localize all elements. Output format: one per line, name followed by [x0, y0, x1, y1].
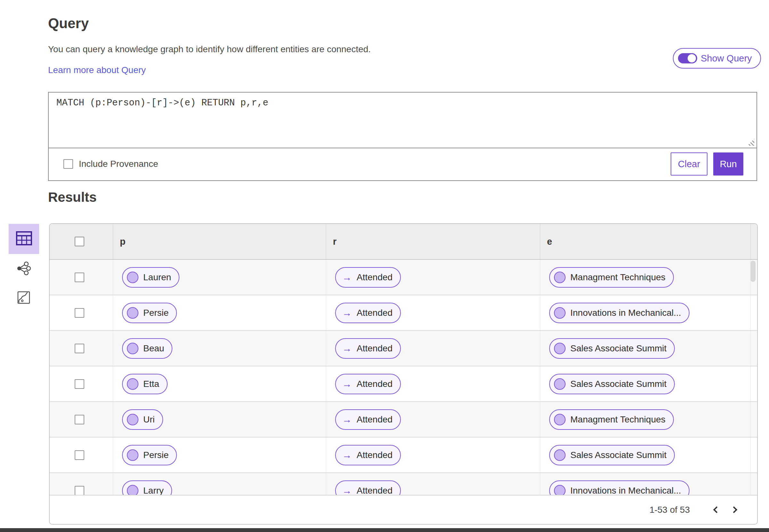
arrow-right-icon: →	[342, 415, 352, 424]
relationship-pill[interactable]: →Attended	[335, 338, 401, 359]
graph-view-icon	[16, 261, 31, 277]
node-circle-icon	[127, 272, 138, 283]
relationship-pill[interactable]: →Attended	[335, 480, 401, 495]
next-page-button[interactable]	[725, 500, 744, 520]
row-checkbox[interactable]	[75, 415, 84, 424]
arrow-right-icon: →	[342, 344, 352, 353]
node-circle-icon	[127, 307, 138, 319]
table-header-row: p r e	[50, 224, 757, 260]
column-header-r[interactable]: r	[326, 224, 540, 259]
relationship-pill[interactable]: →Attended	[335, 267, 401, 288]
row-checkbox[interactable]	[75, 450, 84, 460]
results-table: p r e Lauren →Attended Managment Techniq…	[49, 223, 758, 525]
toggle-switch-icon[interactable]	[678, 53, 697, 63]
scrollbar-gutter	[750, 224, 757, 259]
table-row: Persie →Attended Sales Associate Summit	[50, 438, 757, 473]
table-row: Larry →Attended Innovations in Mechanica…	[50, 473, 757, 495]
node-pill[interactable]: Managment Techniques	[549, 267, 674, 288]
select-all-checkbox[interactable]	[75, 237, 84, 246]
node-pill[interactable]: Sales Associate Summit	[549, 338, 675, 359]
node-circle-icon	[554, 485, 566, 495]
node-circle-icon	[554, 272, 566, 283]
node-pill[interactable]: Lauren	[122, 267, 179, 288]
node-pill[interactable]: Sales Associate Summit	[549, 374, 675, 394]
node-circle-icon	[554, 307, 566, 319]
table-row: Etta →Attended Sales Associate Summit	[50, 366, 757, 402]
column-header-e[interactable]: e	[540, 224, 750, 259]
map-view-icon	[17, 291, 30, 306]
map-view-button[interactable]	[17, 291, 30, 305]
page-title: Query	[48, 15, 89, 31]
chevron-left-icon	[713, 506, 720, 513]
table-view-icon	[16, 231, 32, 247]
pagination-range: 1-53 of 53	[650, 505, 690, 515]
query-description: You can query a knowledge graph to ident…	[48, 44, 371, 54]
arrow-right-icon: →	[342, 308, 352, 318]
node-pill[interactable]: Uri	[122, 409, 163, 430]
row-checkbox[interactable]	[75, 308, 84, 318]
learn-more-link[interactable]: Learn more about Query	[48, 65, 146, 75]
pagination-bar: 1-53 of 53	[50, 495, 757, 524]
node-circle-icon	[554, 378, 566, 390]
node-circle-icon	[127, 343, 138, 354]
arrow-right-icon: →	[342, 486, 352, 495]
node-circle-icon	[554, 414, 566, 425]
relationship-pill[interactable]: →Attended	[335, 409, 401, 430]
arrow-right-icon: →	[342, 273, 352, 282]
window-bottom-edge	[0, 528, 769, 532]
table-row: Uri →Attended Managment Techniques	[50, 402, 757, 438]
node-circle-icon	[554, 343, 566, 354]
node-pill[interactable]: Innovations in Mechanical...	[549, 303, 690, 323]
clear-button[interactable]: Clear	[671, 152, 708, 176]
query-editor[interactable]: MATCH (p:Person)-[r]->(e) RETURN p,r,e	[49, 93, 757, 148]
resize-grip-icon[interactable]	[747, 139, 754, 146]
row-checkbox[interactable]	[75, 486, 84, 495]
previous-page-button[interactable]	[706, 500, 725, 520]
query-text[interactable]: MATCH (p:Person)-[r]->(e) RETURN p,r,e	[56, 98, 268, 108]
node-pill[interactable]: Sales Associate Summit	[549, 445, 675, 465]
graph-view-button[interactable]	[16, 262, 31, 276]
query-panel: MATCH (p:Person)-[r]->(e) RETURN p,r,e I…	[48, 92, 757, 181]
include-provenance-checkbox[interactable]	[63, 159, 73, 169]
relationship-pill[interactable]: →Attended	[335, 374, 401, 394]
table-row: Persie →Attended Innovations in Mechanic…	[50, 295, 757, 331]
query-actions-bar: Include Provenance Clear Run	[49, 148, 757, 180]
node-circle-icon	[554, 449, 566, 461]
row-checkbox[interactable]	[75, 344, 84, 353]
node-circle-icon	[127, 485, 138, 495]
node-pill[interactable]: Innovations in Mechanical...	[549, 480, 690, 495]
run-button[interactable]: Run	[713, 152, 743, 176]
row-checkbox[interactable]	[75, 379, 84, 389]
chevron-right-icon	[730, 506, 737, 513]
arrow-right-icon: →	[342, 379, 352, 389]
node-pill[interactable]: Persie	[122, 445, 177, 465]
node-pill[interactable]: Larry	[122, 480, 172, 495]
node-pill[interactable]: Beau	[122, 338, 172, 359]
relationship-pill[interactable]: →Attended	[335, 303, 401, 323]
show-query-toggle[interactable]: Show Query	[673, 48, 761, 69]
node-pill[interactable]: Persie	[122, 303, 177, 323]
relationship-pill[interactable]: →Attended	[335, 445, 401, 465]
results-title: Results	[48, 190, 97, 205]
node-pill[interactable]: Etta	[122, 374, 168, 394]
show-query-label: Show Query	[701, 53, 752, 64]
include-provenance-label: Include Provenance	[79, 159, 158, 169]
row-checkbox[interactable]	[75, 273, 84, 282]
column-header-p[interactable]: p	[113, 224, 326, 259]
table-view-button[interactable]	[9, 224, 39, 254]
node-pill[interactable]: Managment Techniques	[549, 409, 674, 430]
vertical-scrollbar[interactable]	[750, 261, 756, 282]
toggle-knob	[688, 54, 696, 62]
table-row: Beau →Attended Sales Associate Summit	[50, 331, 757, 366]
node-circle-icon	[127, 449, 138, 461]
table-row: Lauren →Attended Managment Techniques	[50, 260, 757, 295]
node-circle-icon	[127, 414, 138, 425]
node-circle-icon	[127, 378, 138, 390]
arrow-right-icon: →	[342, 450, 352, 460]
table-body: Lauren →Attended Managment Techniques Pe…	[50, 260, 757, 495]
